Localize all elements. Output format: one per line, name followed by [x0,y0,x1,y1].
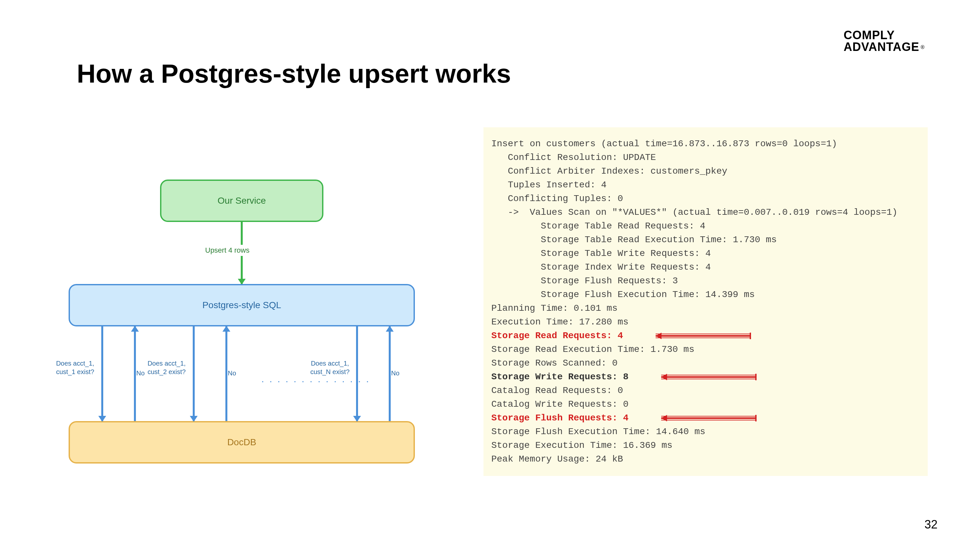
query-label-1: Does acct_1, cust_1 exist? [49,359,101,376]
code-l15: Storage Read Requests: 4 [491,331,623,341]
highlight-arrow-icon [649,331,754,340]
code-l23: Storage Execution Time: 16.369 ms [491,440,673,451]
code-l13: Planning Time: 0.101 ms [491,303,617,313]
response-label-n: No [369,369,422,377]
code-l16: Storage Read Execution Time: 1.730 ms [491,345,695,354]
slide-title: How a Postgres-style upsert works [77,59,511,89]
code-l4: Tuples Inserted: 4 [491,180,607,190]
code-l1: Insert on customers (actual time=16.873.… [491,139,837,149]
highlight-arrow-icon [655,372,759,381]
code-l24: Peak Memory Usage: 24 kB [491,454,623,464]
explain-output: Insert on customers (actual time=16.873.… [484,127,928,476]
code-l12: Storage Flush Execution Time: 14.399 ms [491,289,755,300]
highlight-arrow-icon [655,414,759,423]
code-l11: Storage Flush Requests: 3 [491,276,678,286]
code-l9: Storage Table Write Requests: 4 [491,248,711,259]
query-label-2: Does acct_1, cust_2 exist? [140,359,193,376]
logo-line1: COMPLY [844,29,895,41]
query-arrow-n-icon [356,326,358,421]
code-l18: Storage Write Requests: 8 [491,372,628,382]
code-l8: Storage Table Read Execution Time: 1.730… [491,235,777,245]
code-l19: Catalog Read Requests: 0 [491,386,623,395]
code-l22: Storage Flush Execution Time: 14.640 ms [491,427,705,437]
code-l20: Catalog Write Requests: 0 [491,399,628,409]
code-l2: Conflict Resolution: UPDATE [491,152,656,162]
ellipsis-dots: · · · · · · · · · · · · · · [261,375,370,386]
postgres-sql-box: Postgres-style SQL [68,284,415,326]
our-service-box: Our Service [160,179,323,222]
code-l17: Storage Rows Scanned: 0 [491,358,617,368]
diagram-container: Our Service Upsert 4 rows Postgres-style… [62,140,454,467]
upsert-label: Upsert 4 rows [202,245,252,256]
code-l10: Storage Index Write Requests: 4 [491,262,711,272]
code-l6: -> Values Scan on "*VALUES*" (actual tim… [491,207,897,218]
code-l14: Execution Time: 17.280 ms [491,317,628,327]
code-l3: Conflict Arbiter Indexes: customers_pkey [491,166,727,176]
page-number: 32 [924,518,937,531]
logo-line2: ADVANTAGE [844,41,920,53]
query-arrow-1-icon [101,326,103,421]
docdb-box: DocDB [68,421,415,464]
brand-logo: COMPLY ADVANTAGE® [844,29,924,53]
response-label-2: No [206,369,258,377]
query-label-n: Does acct_1, cust_N exist? [304,359,356,376]
query-arrow-2-icon [193,326,195,421]
code-l5: Conflicting Tuples: 0 [491,194,623,204]
code-l7: Storage Table Read Requests: 4 [491,221,705,231]
logo-registered: ® [921,44,924,50]
code-l21: Storage Flush Requests: 4 [491,413,628,423]
